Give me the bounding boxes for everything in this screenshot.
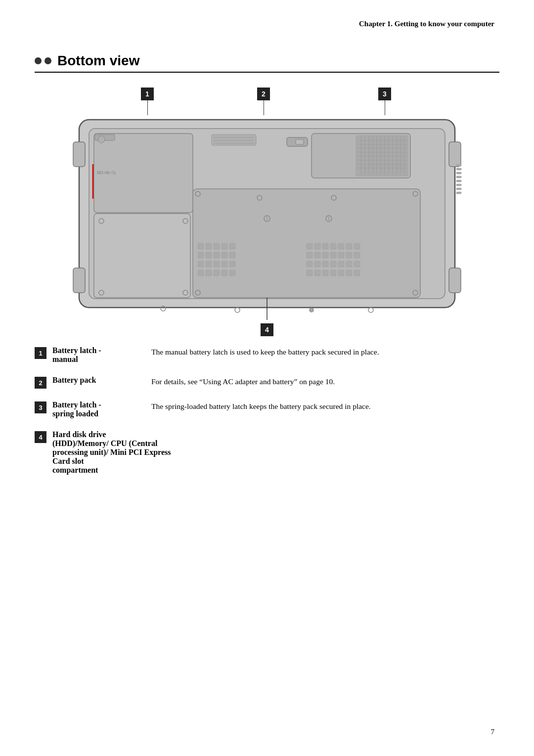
svg-rect-66 (206, 261, 212, 267)
svg-rect-2 (73, 142, 85, 167)
svg-rect-102 (354, 270, 360, 276)
svg-point-52 (235, 308, 240, 312)
svg-rect-68 (222, 261, 227, 267)
page-header: Chapter 1. Getting to know your computer (0, 0, 534, 38)
term-4: Hard disk drive (HDD)/Memory/ CPU (Centr… (52, 430, 180, 475)
svg-rect-92 (330, 261, 336, 267)
section-title-area: Bottom view (35, 53, 499, 73)
svg-rect-86 (338, 252, 344, 258)
callout-3-top: 3 (378, 88, 391, 115)
svg-rect-78 (330, 243, 336, 249)
svg-rect-109 (456, 168, 461, 170)
svg-rect-81 (354, 243, 360, 249)
svg-rect-55 (198, 243, 204, 249)
callout-1-top: 1 (141, 88, 154, 115)
svg-rect-3 (73, 268, 85, 293)
svg-rect-83 (314, 252, 320, 258)
svg-rect-96 (307, 270, 312, 276)
desc-item-3: 3 Battery latch - spring loaded The spri… (35, 400, 499, 418)
callout-4-bottom: 4 (64, 323, 470, 336)
section-dots (35, 57, 51, 64)
svg-rect-64 (229, 252, 235, 258)
svg-rect-56 (206, 243, 212, 249)
term-3: Battery latch - spring loaded (52, 400, 151, 418)
svg-rect-98 (322, 270, 328, 276)
svg-rect-93 (338, 261, 344, 267)
callout-num-4: 4 (261, 323, 273, 336)
svg-rect-113 (456, 184, 461, 186)
svg-rect-37 (296, 139, 304, 144)
callout-num-1: 1 (141, 88, 154, 100)
svg-rect-74 (229, 270, 235, 276)
diagram-area: 1 2 3 M2×8(×5) (35, 88, 499, 336)
svg-point-54 (368, 308, 373, 312)
svg-rect-87 (346, 252, 352, 258)
svg-rect-39 (94, 214, 190, 298)
svg-rect-70 (198, 270, 204, 276)
svg-rect-82 (307, 252, 312, 258)
svg-rect-79 (338, 243, 344, 249)
svg-rect-60 (198, 252, 204, 258)
dot-1 (35, 57, 42, 64)
svg-rect-62 (214, 252, 220, 258)
svg-text:M2×8(×5): M2×8(×5) (97, 170, 116, 175)
svg-rect-91 (322, 261, 328, 267)
svg-rect-73 (222, 270, 227, 276)
svg-rect-97 (314, 270, 320, 276)
svg-rect-112 (456, 180, 461, 182)
svg-rect-61 (206, 252, 212, 258)
svg-rect-11 (356, 135, 408, 176)
svg-rect-65 (198, 261, 204, 267)
svg-rect-114 (456, 188, 461, 190)
callout-num-3: 3 (378, 88, 391, 100)
svg-rect-94 (346, 261, 352, 267)
def-3: The spring-loaded battery latch keeps th… (151, 400, 499, 412)
page-number: 7 (491, 728, 495, 736)
svg-rect-88 (354, 252, 360, 258)
svg-rect-89 (307, 261, 312, 267)
svg-rect-58 (222, 243, 227, 249)
svg-rect-95 (354, 261, 360, 267)
svg-rect-85 (330, 252, 336, 258)
svg-rect-101 (346, 270, 352, 276)
def-2: For details, see “Using AC adapter and b… (151, 376, 499, 388)
svg-rect-76 (314, 243, 320, 249)
svg-rect-77 (322, 243, 328, 249)
svg-rect-59 (229, 243, 235, 249)
desc-item-2: 2 Battery pack For details, see “Using A… (35, 376, 499, 389)
callout-2-top: 2 (257, 88, 270, 115)
svg-point-50 (98, 136, 105, 143)
svg-rect-99 (330, 270, 336, 276)
badge-1: 1 (35, 347, 46, 359)
svg-rect-75 (307, 243, 312, 249)
svg-rect-100 (338, 270, 344, 276)
svg-rect-67 (214, 261, 220, 267)
chapter-title: Chapter 1. Getting to know your computer (359, 20, 494, 28)
svg-rect-108 (456, 164, 461, 166)
desc-item-1: 1 Battery latch - manual The manual batt… (35, 346, 499, 364)
badge-3: 3 (35, 401, 46, 413)
badge-4: 4 (35, 431, 46, 443)
section-title: Bottom view (57, 53, 139, 69)
svg-rect-57 (214, 243, 220, 249)
svg-rect-111 (456, 176, 461, 178)
svg-rect-115 (456, 192, 461, 194)
svg-rect-90 (314, 261, 320, 267)
desc-item-4: 4 Hard disk drive (HDD)/Memory/ CPU (Cen… (35, 430, 499, 475)
badge-2: 2 (35, 377, 46, 389)
svg-point-53 (310, 308, 313, 312)
svg-rect-4 (449, 142, 461, 167)
dot-2 (44, 57, 51, 64)
svg-rect-84 (322, 252, 328, 258)
svg-rect-110 (456, 172, 461, 174)
svg-rect-80 (346, 243, 352, 249)
desc-list: 1 Battery latch - manual The manual batt… (35, 346, 499, 475)
laptop-diagram: M2×8(×5) (64, 115, 470, 322)
vent-top-right (356, 135, 408, 176)
svg-rect-72 (214, 270, 220, 276)
svg-rect-69 (229, 261, 235, 267)
svg-rect-32 (212, 134, 256, 145)
svg-rect-5 (449, 268, 461, 293)
svg-rect-71 (206, 270, 212, 276)
term-1: Battery latch - manual (52, 346, 151, 364)
